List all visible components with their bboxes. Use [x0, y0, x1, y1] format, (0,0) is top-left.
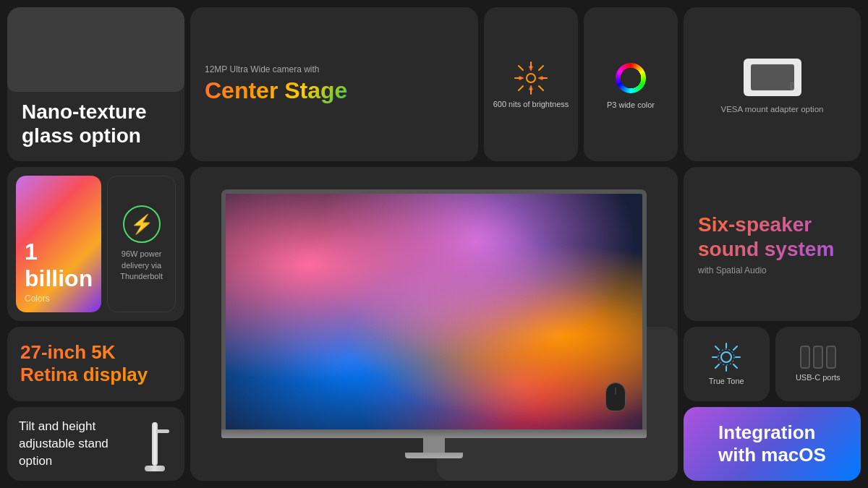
svg-line-23 — [733, 364, 737, 368]
usb-card: USB-C ports — [775, 327, 861, 401]
sparkle-icon — [514, 61, 548, 95]
billion-number: 1 billion — [25, 239, 93, 292]
usb-port-3 — [826, 346, 836, 369]
retina-title: 27-inch 5K Retina display — [20, 341, 148, 386]
billion-colors-box: 1 billion Colors — [16, 176, 101, 312]
p3-card: P3 wide color — [584, 7, 678, 161]
monitor-card — [190, 167, 678, 481]
speaker-card: Six-speaker sound system with Spatial Au… — [684, 167, 861, 321]
monitor-artwork — [226, 194, 643, 430]
usb-port-1 — [800, 346, 810, 369]
center-stage-card: 12MP Ultra Wide camera with Center Stage — [190, 7, 478, 161]
monitor-screen — [221, 189, 647, 430]
monitor-neck — [423, 438, 445, 453]
svg-point-17 — [721, 352, 731, 362]
top-middle-section: 12MP Ultra Wide camera with Center Stage — [190, 7, 678, 161]
stand-visual — [152, 422, 158, 466]
svg-point-0 — [527, 74, 535, 82]
usb-label: USB-C ports — [796, 373, 841, 382]
integration-text: Integration with macOS — [718, 421, 826, 466]
speaker-title: Six-speaker sound system — [698, 213, 834, 261]
power-delivery-box: ⚡ 96W power delivery via Thunderbolt — [107, 176, 176, 312]
p3-label: P3 wide color — [607, 100, 655, 109]
vesa-screen — [751, 64, 794, 90]
billion-power-card: 1 billion Colors ⚡ 96W power delivery vi… — [7, 167, 184, 321]
tilt-stand-card: Tilt and height adjustable stand option — [7, 407, 184, 481]
svg-line-7 — [539, 66, 543, 70]
lightning-icon: ⚡ — [123, 205, 161, 243]
billion-label: Colors — [25, 294, 50, 304]
nano-texture-title: Nano-texture glass option — [22, 100, 147, 148]
svg-line-25 — [715, 364, 719, 368]
left-bottom-row: 27-inch 5K Retina display Tilt and heigh… — [7, 327, 184, 481]
color-wheel-icon — [613, 60, 649, 96]
usb-port-2 — [813, 346, 823, 369]
monitor-outer — [221, 189, 647, 459]
vesa-monitor-body:  — [744, 59, 801, 96]
brightness-card: 600 nits of brightness — [484, 7, 578, 161]
retina-text: 27-inch 5K Retina display — [20, 341, 148, 386]
monitor-base — [405, 453, 463, 458]
svg-line-24 — [733, 346, 737, 350]
center-stage-title: Center Stage — [205, 77, 347, 104]
usb-ports-icon — [800, 346, 836, 369]
integration-card: Integration with macOS — [684, 407, 861, 481]
bolt-icon: ⚡ — [130, 213, 153, 236]
svg-line-5 — [519, 66, 523, 70]
stand-arm — [156, 429, 169, 433]
power-label: 96W power delivery via Thunderbolt — [108, 249, 175, 282]
tilt-stand-image — [137, 422, 173, 466]
true-tone-card: True Tone — [684, 327, 770, 401]
true-tone-label: True Tone — [709, 377, 744, 385]
speaker-subtitle: with Spatial Audio — [698, 265, 767, 275]
vesa-card:  VESA mount adapter option — [684, 7, 861, 161]
nano-bg-decoration — [7, 7, 184, 92]
monitor-chin — [221, 429, 647, 438]
svg-line-6 — [539, 86, 543, 90]
vesa-label: VESA mount adapter option — [721, 105, 824, 114]
bottom-right-section: True Tone USB-C ports Integration with m… — [684, 327, 861, 481]
tilt-label: Tilt and height adjustable stand option — [19, 418, 137, 469]
retina-display-card: 27-inch 5K Retina display — [7, 327, 184, 401]
true-tone-icon — [711, 342, 741, 372]
monitor-wrapper — [197, 174, 671, 474]
mouse-icon — [605, 382, 626, 411]
vesa-monitor-image:  — [740, 56, 805, 99]
svg-line-8 — [519, 86, 523, 90]
svg-line-22 — [715, 346, 719, 350]
brightness-label: 600 nits of brightness — [493, 100, 569, 108]
apple-logo-icon:  — [790, 80, 793, 92]
center-stage-subtitle: 12MP Ultra Wide camera with — [205, 64, 320, 74]
nano-texture-card: Nano-texture glass option — [7, 7, 184, 161]
